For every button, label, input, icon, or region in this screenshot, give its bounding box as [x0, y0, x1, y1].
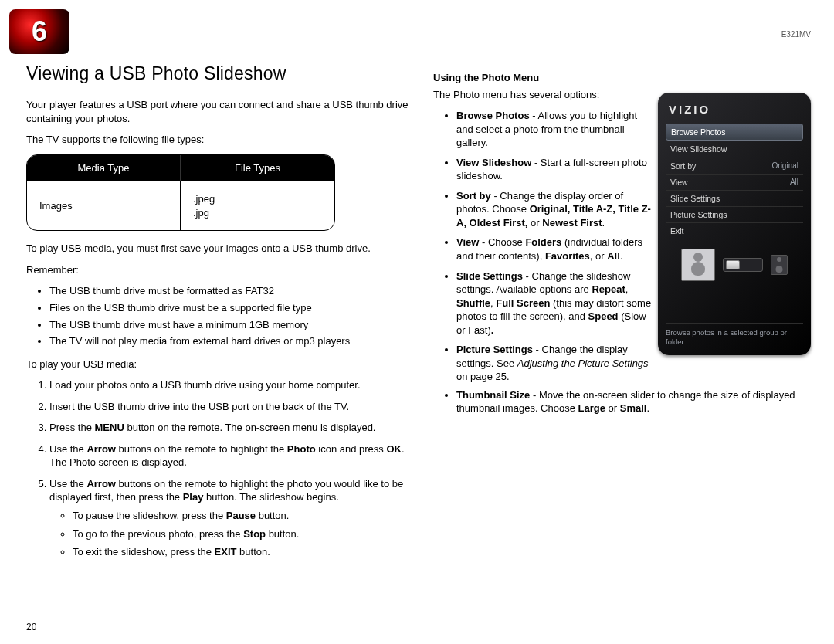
thumbnail-size-slider [723, 258, 763, 272]
list-item: Load your photos onto a USB thumb drive … [49, 378, 412, 392]
model-label: E321MV [781, 29, 811, 40]
list-item: To exit the slideshow, press the EXIT bu… [73, 545, 412, 559]
list-item: To pause the slideshow, press the Pause … [73, 509, 412, 523]
save-note: To play USB media, you must first save y… [26, 242, 412, 256]
device-screenshot: VIZIO Browse PhotosView SlideshowSort by… [658, 93, 811, 355]
table-header: Media Type [27, 155, 181, 181]
list-item: The USB thumb drive must be formatted as… [49, 284, 412, 298]
menu-options-wrapped: Browse Photos - Allows you to highlight … [433, 109, 653, 384]
file-type-value: .jpeg [193, 193, 215, 205]
list-item: View Slideshow - Start a full-screen pho… [456, 156, 653, 183]
device-menu-item: Exit [666, 222, 803, 239]
steps-list: Load your photos onto a USB thumb drive … [26, 378, 412, 558]
chapter-number: 6 [32, 13, 47, 51]
list-item: Insert the USB thumb drive into the USB … [49, 400, 412, 414]
list-item: Thumbnail Size - Move the on-screen slid… [456, 388, 811, 415]
list-item: Files on the USB thumb drive must be a s… [49, 301, 412, 315]
device-menu-value: Original [772, 161, 798, 171]
page-content: Viewing a USB Photo Slideshow Your playe… [26, 62, 811, 568]
list-item: Sort by - Change the display order of ph… [456, 189, 653, 230]
device-menu-label: Exit [670, 225, 684, 236]
file-types-table: Media Type File Types Images .jpeg .jpg [26, 154, 335, 232]
list-item: View - Choose Folders (individual folder… [456, 236, 653, 263]
list-item: The USB thumb drive must have a minimum … [49, 318, 412, 332]
device-menu: Browse PhotosView SlideshowSort byOrigin… [666, 124, 803, 239]
list-item: To go to the previous photo, press the S… [73, 527, 412, 541]
device-menu-item: Sort byOriginal [666, 158, 803, 174]
list-item: Browse Photos - Allows you to highlight … [456, 109, 653, 150]
list-item: Use the Arrow buttons on the remote to h… [49, 442, 412, 469]
file-type-value: .jpg [193, 207, 209, 219]
device-menu-label: View [670, 177, 688, 188]
device-menu-label: Picture Settings [670, 209, 727, 220]
chapter-badge: 6 [9, 9, 70, 54]
list-item: Picture Settings - Change the display se… [456, 343, 653, 384]
left-column: Viewing a USB Photo Slideshow Your playe… [26, 62, 412, 568]
list-item: The TV will not play media from external… [49, 334, 412, 348]
section-title: Viewing a USB Photo Slideshow [26, 62, 412, 86]
supports-text: The TV supports the following file types… [26, 133, 412, 147]
remember-label: Remember: [26, 263, 412, 277]
device-menu-label: View Slideshow [670, 144, 727, 154]
device-menu-item: View Slideshow [666, 141, 803, 157]
device-thumbnail-row [666, 249, 803, 281]
list-item: Use the Arrow buttons on the remote to h… [49, 477, 412, 559]
device-brand: VIZIO [669, 102, 803, 117]
table-header: File Types [181, 155, 334, 181]
table-cell: .jpeg .jpg [181, 181, 334, 230]
subheading: Using the Photo Menu [433, 71, 811, 85]
device-menu-item: Slide Settings [666, 190, 803, 206]
device-menu-item: Picture Settings [666, 206, 803, 222]
table-cell: Images [27, 181, 181, 230]
page-number: 20 [26, 621, 36, 633]
photo-menu-list: Browse Photos - Allows you to highlight … [433, 109, 653, 384]
device-menu-label: Slide Settings [670, 193, 720, 204]
device-menu-value: All [790, 177, 798, 188]
device-hint: Browse photos in a selected group or fol… [666, 323, 803, 346]
remember-list: The USB thumb drive must be formatted as… [26, 284, 412, 347]
thumbnail-icon [681, 249, 715, 281]
list-item: Slide Settings - Change the slideshow se… [456, 269, 653, 337]
device-menu-item: ViewAll [666, 174, 803, 190]
device-menu-label: Browse Photos [671, 127, 726, 137]
intro-text: Your player features a USB port where yo… [26, 98, 412, 125]
photo-menu-list-wide: Thumbnail Size - Move the on-screen slid… [433, 388, 811, 415]
device-menu-label: Sort by [670, 161, 696, 171]
thumbnail-small-icon [771, 255, 788, 275]
list-item: Press the MENU button on the remote. The… [49, 421, 412, 435]
device-menu-item: Browse Photos [666, 124, 803, 141]
right-column: Using the Photo Menu The Photo menu has … [433, 62, 811, 568]
play-label: To play your USB media: [26, 358, 412, 371]
